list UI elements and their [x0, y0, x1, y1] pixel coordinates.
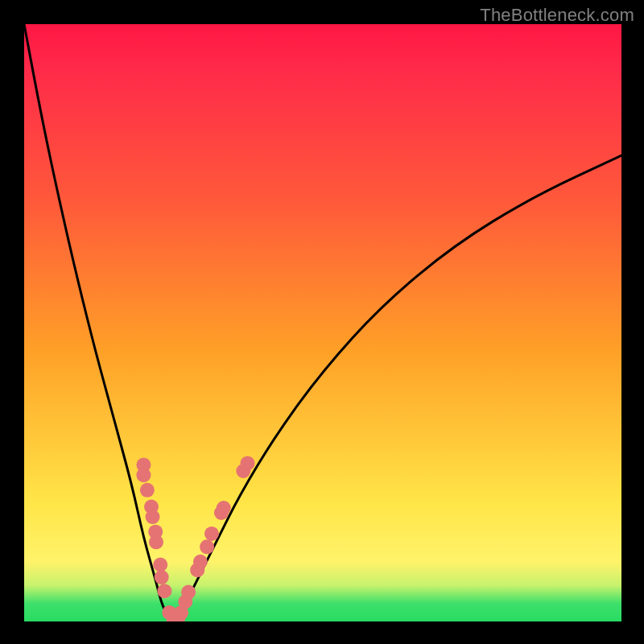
- scatter-point: [153, 558, 167, 572]
- scatter-point: [200, 539, 214, 554]
- scatter-point: [146, 510, 160, 524]
- scatter-point: [217, 501, 231, 515]
- chart-frame: TheBottleneck.com: [0, 0, 644, 644]
- scatter-point: [157, 584, 171, 598]
- scatter-point: [140, 483, 155, 497]
- scatter-point: [136, 468, 151, 482]
- plot-area: [24, 24, 621, 621]
- scatter-point: [241, 456, 255, 470]
- watermark-text: TheBottleneck.com: [480, 5, 634, 26]
- curve-layer: [24, 24, 621, 621]
- scatter-point: [181, 585, 196, 600]
- scatter-point: [204, 526, 219, 541]
- scatter-point: [193, 555, 208, 569]
- scatter-point: [155, 570, 169, 584]
- scatter-point: [149, 535, 163, 549]
- bottleneck-curve: [24, 24, 621, 620]
